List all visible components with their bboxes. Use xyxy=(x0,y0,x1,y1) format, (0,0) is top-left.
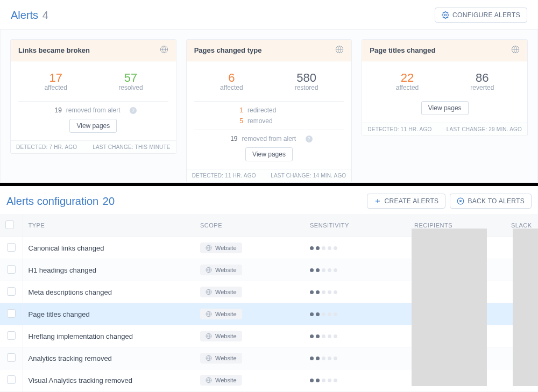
view-pages-button[interactable]: View pages xyxy=(421,101,469,115)
sensitivity-dot xyxy=(310,312,314,316)
alerts-title: Alerts xyxy=(11,9,38,21)
sensitivity-dot xyxy=(322,379,325,382)
th-type[interactable]: TYPE xyxy=(23,214,195,237)
view-pages-button[interactable]: View pages xyxy=(69,119,117,133)
row-checkbox[interactable] xyxy=(7,331,16,340)
scope-label: Website xyxy=(215,289,237,295)
configure-alerts-button[interactable]: CONFIGURE ALERTS xyxy=(435,8,527,23)
sensitivity-dot xyxy=(316,379,320,382)
sensitivity-dot xyxy=(322,312,325,316)
th-scope[interactable]: SCOPE xyxy=(195,214,305,237)
info-number: 5 xyxy=(231,117,243,125)
back-to-alerts-button[interactable]: BACK TO ALERTS xyxy=(450,194,532,209)
view-pages-button[interactable]: View pages xyxy=(245,147,293,161)
sensitivity-dot xyxy=(322,290,325,294)
detected-label: DETECTED: 7 HR. AGO xyxy=(16,144,77,150)
config-title: Alerts configuration xyxy=(6,195,98,207)
sensitivity-dots[interactable] xyxy=(310,379,404,382)
scope-pill[interactable]: Website xyxy=(200,287,242,297)
scope-pill[interactable]: Website xyxy=(200,331,242,341)
stat-number: 17 xyxy=(18,71,93,85)
help-icon[interactable]: ? xyxy=(130,107,137,114)
info-line: 19removed from alert? xyxy=(18,105,168,116)
info-line: 5removed xyxy=(194,116,344,126)
row-checkbox[interactable] xyxy=(7,287,16,296)
sensitivity-dot xyxy=(310,334,314,338)
scope-pill[interactable]: Website xyxy=(200,353,242,364)
info-line: 1redirected xyxy=(194,105,344,116)
sensitivity-dot xyxy=(310,268,314,272)
sensitivity-dot xyxy=(334,246,337,250)
sensitivity-dot xyxy=(322,268,325,272)
card-title: Links became broken xyxy=(18,46,90,54)
row-checkbox[interactable] xyxy=(7,265,16,274)
scope-pill[interactable]: Website xyxy=(200,309,242,319)
scope-pill[interactable]: Website xyxy=(200,243,242,253)
gear-icon xyxy=(442,11,449,19)
sensitivity-dot xyxy=(310,246,314,250)
sensitivity-dot xyxy=(334,357,337,360)
sensitivity-dots[interactable] xyxy=(310,334,404,338)
config-header: Alerts configuration 20 CREATE ALERTS BA… xyxy=(0,186,538,214)
card-header: Page titles changed xyxy=(362,40,527,61)
sensitivity-dots[interactable] xyxy=(310,357,404,360)
sensitivity-dots[interactable] xyxy=(310,312,404,316)
svg-point-0 xyxy=(444,14,447,16)
card-header: Pages changed type xyxy=(187,40,352,61)
select-all-checkbox[interactable] xyxy=(5,220,14,229)
row-type: Visual Analytics tracking removed xyxy=(23,369,195,391)
globe-icon xyxy=(335,45,344,55)
create-alerts-button[interactable]: CREATE ALERTS xyxy=(367,194,446,209)
alerts-header: Alerts 4 CONFIGURE ALERTS xyxy=(0,0,538,29)
sensitivity-dot xyxy=(310,357,314,360)
sensitivity-dot xyxy=(328,312,331,316)
alert-card: Links became broken17affected57resolved1… xyxy=(10,39,176,154)
scope-label: Website xyxy=(215,267,237,273)
info-number: 19 xyxy=(50,106,62,114)
last-change-label: LAST CHANGE: THIS MINUTE xyxy=(93,144,170,150)
row-type: H1 headings changed xyxy=(23,259,195,281)
scope-label: Website xyxy=(215,311,237,317)
card-header: Links became broken xyxy=(11,40,176,61)
th-sensitivity[interactable]: SENSITIVITY xyxy=(305,214,409,237)
stat-label: affected xyxy=(18,84,93,91)
stat-number: 22 xyxy=(370,71,444,85)
globe-icon xyxy=(160,45,168,55)
scope-pill[interactable]: Website xyxy=(200,375,242,386)
card-footer: DETECTED: 7 HR. AGOLAST CHANGE: THIS MIN… xyxy=(11,140,176,153)
stat-number: 86 xyxy=(445,71,520,85)
sensitivity-dot xyxy=(334,290,337,294)
row-checkbox[interactable] xyxy=(7,375,16,384)
stat: 57resolved xyxy=(93,69,168,98)
sensitivity-dot xyxy=(328,290,331,294)
row-type: Hreflang implementation changed xyxy=(23,325,195,347)
row-checkbox[interactable] xyxy=(7,243,16,252)
info-line: 19removed from alert? xyxy=(194,133,344,144)
scope-pill[interactable]: Website xyxy=(200,265,242,275)
row-checkbox[interactable] xyxy=(7,353,16,362)
stat: 86reverted xyxy=(445,69,520,98)
sensitivity-dot xyxy=(322,334,325,338)
sensitivity-dots[interactable] xyxy=(310,268,404,272)
sensitivity-dots[interactable] xyxy=(310,290,404,294)
plus-icon xyxy=(374,197,381,205)
sensitivity-dot xyxy=(316,312,320,316)
sensitivity-dot xyxy=(328,246,331,250)
row-type: Meta descriptions changed xyxy=(23,281,195,303)
stat: 17affected xyxy=(18,69,93,98)
globe-icon xyxy=(511,45,520,55)
scope-label: Website xyxy=(215,245,237,251)
sensitivity-dots[interactable] xyxy=(310,246,404,250)
stat-label: affected xyxy=(194,84,269,91)
row-checkbox[interactable] xyxy=(7,309,16,318)
sensitivity-dot xyxy=(328,268,331,272)
info-text: removed from alert xyxy=(242,135,301,142)
row-type: Analytics tracking removed xyxy=(23,347,195,369)
sensitivity-dot xyxy=(316,357,320,360)
row-type: Canonical links changed xyxy=(23,237,195,259)
sensitivity-dot xyxy=(310,379,314,382)
help-icon[interactable]: ? xyxy=(306,136,313,142)
sensitivity-dot xyxy=(328,357,331,360)
stat-number: 580 xyxy=(269,71,344,85)
info-text: redirected xyxy=(247,106,307,114)
